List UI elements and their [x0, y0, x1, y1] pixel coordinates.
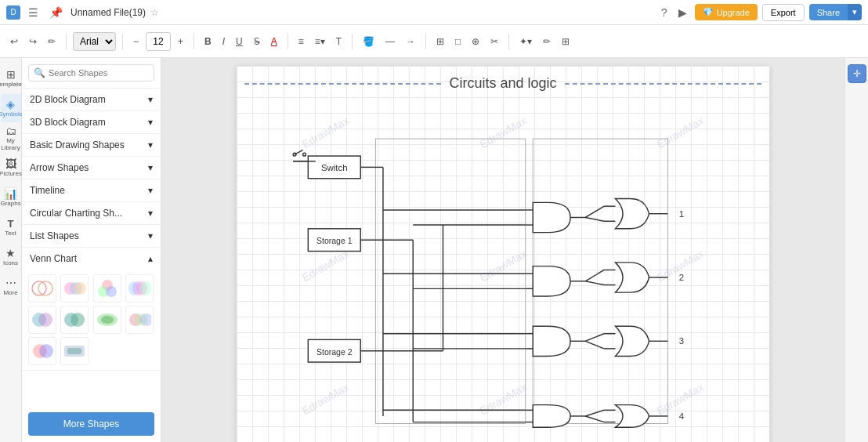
edit-button[interactable]: ✏ — [539, 34, 555, 49]
shape-button[interactable]: □ — [451, 34, 465, 49]
venn-shape-2[interactable] — [60, 274, 89, 303]
section-2d-block-header[interactable]: 2D Block Diagram ▾ — [22, 89, 161, 110]
svg-point-13 — [38, 313, 52, 327]
search-box: 🔍 — [22, 58, 161, 89]
bold-button[interactable]: B — [201, 34, 215, 49]
canvas-title: Circuits and logic — [449, 75, 556, 92]
panel-items: 2D Block Diagram ▾ 3D Block Diagram ▾ Ba… — [22, 89, 161, 406]
pictures-icon: 🖼 — [5, 158, 16, 170]
pictures-label: Pictures — [0, 171, 22, 178]
right-toolbar: ✛ — [844, 58, 868, 442]
more-tools-button[interactable]: ⊞ — [558, 34, 573, 49]
font-size-increase-button[interactable]: + — [174, 34, 187, 49]
redo-button[interactable]: ↪ — [25, 34, 41, 49]
search-icon: 🔍 — [34, 67, 45, 78]
canvas-area[interactable]: EdrawMax EdrawMax EdrawMax EdrawMax Edra… — [161, 58, 844, 442]
section-arrow-shapes-header[interactable]: Arrow Shapes ▾ — [22, 157, 161, 179]
section-list-shapes: List Shapes ▾ — [22, 225, 161, 248]
export-button[interactable]: Export — [762, 4, 805, 21]
toolbar: ↩ ↪ ✏ Arial − + B I U S̶ A ≡ ≡▾ T 🪣 — → … — [0, 25, 868, 58]
font-color-button[interactable]: A — [267, 34, 281, 49]
sidebar-item-icons[interactable]: ★ Icons — [1, 243, 21, 271]
font-family-select[interactable]: Arial — [73, 32, 116, 51]
section-2d-block-label: 2D Block Diagram — [30, 94, 106, 105]
fit-page-button[interactable]: ✛ — [848, 64, 866, 83]
svg-point-11 — [140, 281, 151, 295]
svg-line-31 — [295, 150, 303, 154]
strikethrough-button[interactable]: S̶ — [250, 34, 264, 49]
section-basic-drawing-header[interactable]: Basic Drawing Shapes ▾ — [22, 134, 161, 156]
section-circular-charting-header[interactable]: Circular Charting Sh... ▾ — [22, 202, 161, 224]
effects-button[interactable]: ✦▾ — [515, 34, 536, 49]
favorite-star-icon[interactable]: ☆ — [150, 7, 159, 18]
section-basic-drawing: Basic Drawing Shapes ▾ — [22, 134, 161, 157]
underline-button[interactable]: U — [232, 34, 247, 49]
format-painter-button[interactable]: ✏ — [44, 34, 60, 49]
venn-shape-5[interactable] — [28, 306, 56, 334]
align-options-button[interactable]: ≡▾ — [311, 34, 329, 49]
sidebar-item-more[interactable]: ⋯ More — [1, 273, 21, 301]
section-3d-block-header[interactable]: 3D Block Diagram ▾ — [22, 111, 161, 133]
play-icon[interactable]: ▶ — [675, 5, 690, 20]
icons-icon: ★ — [5, 247, 16, 259]
section-basic-drawing-chevron-icon: ▾ — [148, 139, 153, 150]
venn-shape-9[interactable] — [28, 337, 56, 365]
sep1 — [66, 34, 67, 49]
svg-rect-36 — [375, 139, 525, 423]
svg-line-81 — [585, 281, 604, 285]
table-button[interactable]: ⊞ — [432, 34, 448, 49]
sep4 — [288, 34, 288, 49]
section-circular-charting-chevron-icon: ▾ — [148, 208, 153, 219]
search-input-wrap: 🔍 — [28, 64, 154, 82]
library-label: My Library — [1, 138, 21, 152]
sidebar-item-text[interactable]: T Text — [1, 213, 21, 241]
title-bar: D ☰ 📌 Unnamed File(19) ☆ ? ▶ 💎 Upgrade E… — [0, 0, 868, 25]
font-size-input[interactable] — [146, 32, 171, 51]
font-size-decrease-button[interactable]: − — [129, 34, 143, 49]
venn-shape-8[interactable] — [125, 306, 154, 334]
sidebar-item-symbols[interactable]: ◈ Symbols — [1, 94, 21, 122]
venn-shape-10[interactable] — [60, 337, 89, 365]
arrow-style-button[interactable]: → — [402, 34, 419, 49]
fill-button[interactable]: 🪣 — [359, 34, 378, 49]
section-venn-chart: Venn Chart ▴ — [22, 248, 161, 371]
icons-label: Icons — [3, 260, 18, 267]
insert-button[interactable]: ⊕ — [468, 34, 483, 49]
sidebar-item-graphs[interactable]: 📊 Graphs — [1, 183, 21, 212]
venn-shape-1[interactable] — [28, 274, 56, 303]
venn-shape-7[interactable] — [93, 306, 121, 334]
venn-shape-6[interactable] — [60, 306, 89, 334]
italic-button[interactable]: I — [219, 34, 229, 49]
left-panel: 🔍 2D Block Diagram ▾ 3D Block Diagram ▾ — [22, 58, 161, 442]
share-dropdown-button[interactable]: ▾ — [848, 4, 862, 20]
crop-button[interactable]: ✂ — [486, 34, 502, 49]
sidebar-item-my-library[interactable]: 🗂 My Library — [1, 124, 21, 152]
sidebar-item-templates[interactable]: ⊞ Templates — [1, 64, 21, 92]
section-venn-chart-header[interactable]: Venn Chart ▴ — [22, 248, 161, 270]
svg-rect-24 — [67, 348, 81, 354]
upgrade-button[interactable]: 💎 Upgrade — [695, 4, 758, 20]
section-list-shapes-header[interactable]: List Shapes ▾ — [22, 225, 161, 247]
library-icon: 🗂 — [5, 125, 16, 137]
svg-line-84 — [585, 410, 604, 416]
help-icon[interactable]: ? — [658, 5, 671, 20]
more-shapes-button[interactable]: More Shapes — [28, 412, 154, 436]
line-style-button[interactable]: — — [382, 34, 399, 49]
share-button[interactable]: Share — [809, 4, 848, 20]
align-button[interactable]: ≡ — [295, 34, 308, 49]
section-3d-block-label: 3D Block Diagram — [30, 117, 106, 128]
sidebar-item-pictures[interactable]: 🖼 Pictures — [1, 154, 21, 182]
section-timeline-header[interactable]: Timeline ▾ — [22, 179, 161, 201]
svg-line-83 — [585, 341, 604, 349]
venn-shape-3[interactable] — [93, 274, 121, 303]
more-icon: ⋯ — [5, 277, 16, 289]
text-format-button[interactable]: T — [332, 34, 345, 49]
undo-button[interactable]: ↩ — [6, 34, 22, 49]
pin-icon[interactable]: 📌 — [46, 5, 66, 20]
menu-icon[interactable]: ☰ — [25, 5, 42, 20]
search-input[interactable] — [49, 68, 149, 78]
sep5 — [352, 34, 353, 49]
venn-shape-4[interactable] — [125, 274, 154, 303]
more-label: More — [3, 290, 17, 297]
svg-text:1: 1 — [679, 209, 684, 219]
